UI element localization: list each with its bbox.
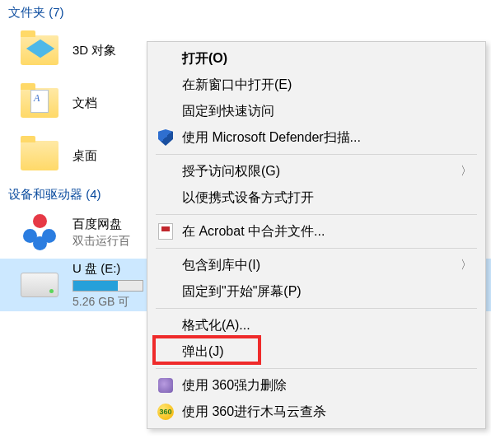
menu-grant-access[interactable]: 授予访问权限(G)〉: [149, 158, 484, 184]
chevron-right-icon: 〉: [461, 164, 472, 179]
capacity-bar: [72, 280, 143, 292]
item-label: 文档: [72, 96, 97, 111]
menu-open-new-window[interactable]: 在新窗口中打开(E): [149, 72, 484, 98]
shield-icon: [156, 128, 175, 147]
folders-section-header: 文件夹 (7): [0, 0, 491, 24]
item-sublabel: 5.26 GB 可: [72, 295, 143, 310]
menu-open-portable[interactable]: 以便携式设备方式打开: [149, 184, 484, 211]
menu-separator: [156, 214, 477, 215]
menu-pin-to-start[interactable]: 固定到"开始"屏幕(P): [149, 278, 484, 305]
folder-icon: [20, 83, 59, 123]
pdf-icon: [156, 222, 175, 241]
folder-icon: [20, 136, 59, 175]
menu-open[interactable]: 打开(O): [149, 45, 484, 72]
menu-360-force-delete[interactable]: 使用 360强力删除: [149, 372, 484, 399]
menu-pin-quick-access[interactable]: 固定到快速访问: [149, 98, 484, 124]
item-label: 桌面: [72, 148, 97, 164]
chevron-right-icon: 〉: [461, 258, 472, 273]
menu-eject[interactable]: 弹出(J): [149, 338, 484, 365]
baidu-icon: [20, 212, 59, 252]
brush-icon: [156, 376, 175, 395]
menu-separator: [156, 248, 477, 249]
menu-defender-scan[interactable]: 使用 Microsoft Defender扫描...: [149, 124, 484, 151]
menu-360-cloud-scan[interactable]: 360使用 360进行木马云查杀: [149, 399, 484, 425]
drive-icon: [20, 265, 59, 305]
item-label: 百度网盘: [72, 217, 130, 232]
menu-format[interactable]: 格式化(A)...: [149, 312, 484, 338]
context-menu: 打开(O) 在新窗口中打开(E) 固定到快速访问 使用 Microsoft De…: [147, 41, 486, 429]
menu-separator: [156, 308, 477, 309]
folder-icon: [20, 30, 59, 70]
menu-include-in-library[interactable]: 包含到库中(I)〉: [149, 252, 484, 278]
item-label: U 盘 (E:): [72, 261, 143, 277]
menu-separator: [156, 154, 477, 155]
item-label: 3D 对象: [72, 43, 116, 58]
item-sublabel: 双击运行百: [72, 234, 130, 249]
menu-acrobat-combine[interactable]: 在 Acrobat 中合并文件...: [149, 218, 484, 245]
menu-separator: [156, 368, 477, 369]
360-icon: 360: [156, 402, 175, 422]
